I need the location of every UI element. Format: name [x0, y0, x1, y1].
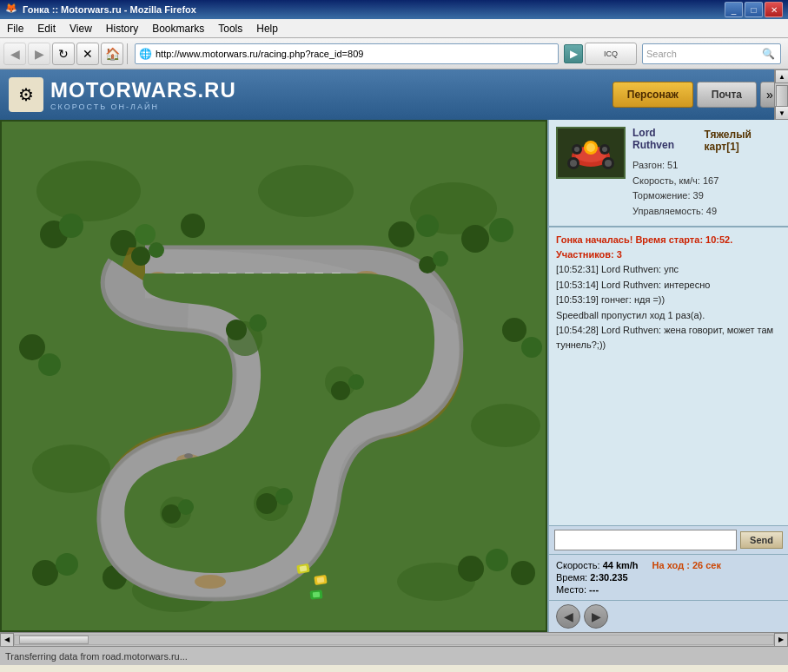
player-name: Lord Ruthven [632, 127, 693, 151]
chat-message: Speedball пропустил ход 1 раз(а). [556, 308, 781, 323]
address-bar[interactable]: 🌐 http://www.motorwars.ru/racing.php?rac… [135, 43, 559, 64]
window-controls: _ □ ✕ [725, 2, 783, 17]
stats-row-1: Скорость: 44 km/h На ход : 26 сек [556, 560, 781, 570]
logo-main-text: MOTORWARS.RU [50, 78, 236, 102]
menu-tools[interactable]: Tools [211, 21, 249, 36]
horizontal-scrollbar-container: ◀ ▶ [0, 632, 788, 646]
menu-help[interactable]: Help [249, 21, 285, 36]
back-button[interactable]: ◀ [3, 43, 26, 65]
stats-row-3: Место: --- [556, 584, 781, 595]
menu-bookmarks[interactable]: Bookmarks [145, 21, 211, 36]
address-text: http://www.motorwars.ru/racing.php?race_… [156, 49, 554, 59]
handling-value: 49 [706, 206, 717, 216]
player-info: Lord Ruthven Тяжелый карт[1] Разгон: 51 … [549, 120, 788, 227]
menu-edit[interactable]: Edit [30, 21, 63, 36]
scroll-right-button[interactable]: ▶ [774, 633, 788, 647]
logo-text: MOTORWARS.RU СКОРОСТЬ ОН-ЛАЙН [50, 78, 236, 111]
maximize-button[interactable]: □ [745, 2, 763, 17]
vertical-scrollbar[interactable]: ▲ ▼ [774, 69, 788, 120]
svg-point-76 [586, 143, 595, 152]
svg-point-38 [184, 453, 193, 458]
control-btn-1[interactable]: ◀ [556, 604, 580, 629]
svg-point-16 [489, 218, 513, 242]
toolbar-separator [127, 43, 128, 64]
chat-message: [10:54:28] Lord Ruthven: жена говорит, м… [556, 323, 781, 352]
svg-point-12 [181, 214, 205, 238]
h-scroll-thumb[interactable] [19, 636, 89, 644]
character-button[interactable]: Персонаж [613, 82, 693, 108]
close-button[interactable]: ✕ [765, 2, 783, 17]
mail-button[interactable]: Почта [697, 82, 757, 108]
svg-point-56 [226, 320, 247, 340]
minimize-button[interactable]: _ [725, 2, 743, 17]
accel-label: Разгон: [632, 160, 665, 170]
svg-point-57 [249, 314, 267, 332]
svg-point-74 [602, 147, 607, 152]
right-panel: Lord Ruthven Тяжелый карт[1] Разгон: 51 … [547, 120, 788, 632]
main-content: Lord Ruthven Тяжелый карт[1] Разгон: 51 … [0, 120, 788, 632]
stats-row-2: Время: 2:30.235 [556, 572, 781, 583]
svg-point-4 [471, 404, 540, 447]
scroll-down-button[interactable]: ▼ [775, 106, 788, 120]
search-button[interactable]: 🔍 [759, 45, 777, 63]
chat-message: [10:52:31] Lord Ruthven: упс [556, 262, 781, 277]
scroll-up-button[interactable]: ▲ [775, 69, 788, 83]
svg-point-3 [32, 445, 110, 493]
accel-value: 51 [667, 160, 678, 170]
time-stat: Время: 2:30.235 [556, 572, 628, 583]
svg-point-14 [416, 214, 439, 237]
place-stat: Место: --- [556, 584, 599, 595]
svg-point-9 [59, 214, 83, 238]
speed-stat-label: Скорость: 44 km/h [556, 560, 639, 570]
game-area [0, 120, 547, 632]
handling-label: Управляемость: [632, 206, 704, 216]
status-bar: Transferring data from road.motorwars.ru… [0, 646, 788, 665]
search-placeholder: Search [646, 49, 759, 59]
title-bar: 🦊 Гонка :: Motorwars.ru - Mozilla Firefo… [0, 0, 788, 19]
brake-value: 39 [693, 190, 704, 201]
speed-label: Скорость, км/ч: [632, 175, 700, 186]
reload-button[interactable]: ↻ [52, 43, 75, 65]
chat-input-row: Send [549, 526, 788, 555]
horizontal-scrollbar[interactable] [14, 635, 774, 645]
chat-message: [10:53:19] гончег: ндя =)) [556, 293, 781, 307]
svg-point-59 [348, 374, 364, 390]
stop-button[interactable]: ✕ [76, 43, 99, 65]
svg-point-18 [56, 553, 78, 576]
svg-point-22 [511, 561, 535, 585]
menu-bar: File Edit View History Bookmarks Tools H… [0, 19, 788, 38]
scroll-left-button[interactable]: ◀ [0, 633, 14, 647]
svg-point-11 [135, 224, 156, 245]
svg-point-50 [131, 247, 150, 266]
svg-point-25 [502, 318, 526, 342]
control-buttons: ◀ ▶ [549, 601, 788, 632]
svg-point-15 [461, 225, 489, 253]
player-details: Lord Ruthven Тяжелый карт[1] Разгон: 51 … [632, 127, 781, 219]
menu-history[interactable]: History [99, 21, 145, 36]
go-button[interactable]: ▶ [564, 44, 583, 63]
menu-file[interactable]: File [0, 21, 30, 36]
search-bar[interactable]: Search 🔍 [642, 43, 781, 64]
svg-point-13 [388, 221, 414, 247]
turn-stat: На ход : 26 сек [652, 560, 721, 570]
logo-icon: ⚙ [9, 77, 43, 112]
menu-view[interactable]: View [63, 21, 99, 36]
address-icon: 🌐 [139, 48, 152, 60]
control-btn-2[interactable]: ▶ [584, 604, 608, 629]
svg-point-73 [574, 147, 579, 152]
icq-button[interactable]: ICQ [585, 43, 637, 65]
send-button[interactable]: Send [740, 531, 783, 549]
svg-point-63 [178, 499, 194, 515]
svg-point-70 [605, 160, 612, 167]
svg-point-1 [36, 161, 141, 221]
chat-input[interactable] [554, 530, 737, 550]
kart-image [558, 128, 624, 177]
svg-point-34 [195, 575, 226, 589]
svg-point-58 [331, 381, 350, 400]
svg-point-51 [149, 242, 164, 258]
forward-button[interactable]: ▶ [28, 43, 50, 65]
svg-point-69 [570, 160, 577, 167]
svg-point-26 [521, 337, 542, 358]
site-header: ⚙ MOTORWARS.RU СКОРОСТЬ ОН-ЛАЙН Персонаж… [0, 69, 788, 120]
home-button[interactable]: 🏠 [101, 43, 123, 65]
